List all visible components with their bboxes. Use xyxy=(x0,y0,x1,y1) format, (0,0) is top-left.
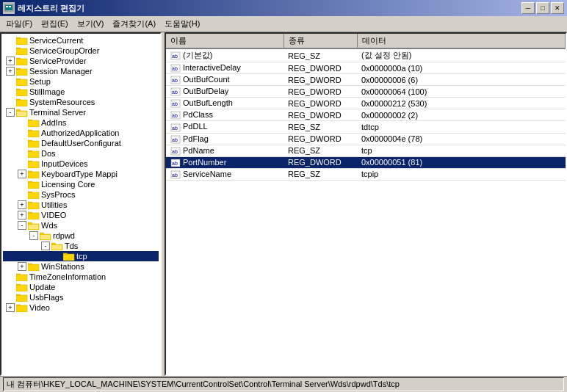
tree-item-sessionmanager[interactable]: + Session Manager xyxy=(3,66,159,76)
svg-text:ab: ab xyxy=(172,149,178,154)
tree-item-stillimage[interactable]: StillImage xyxy=(3,87,159,97)
expander-icon[interactable]: + xyxy=(18,200,26,209)
expander-icon[interactable]: + xyxy=(18,262,26,271)
tree-panel: ServiceCurrent ServiceGroupOrder + Servi… xyxy=(0,32,162,376)
tree-item-video[interactable]: + VIDEO xyxy=(3,210,159,220)
tree-item-timezoneinformation[interactable]: TimeZoneInformation xyxy=(3,272,159,282)
table-row[interactable]: ab OutBufCountREG_DWORD0x00000006 (6) xyxy=(166,74,566,86)
tree-label: VIDEO xyxy=(41,211,66,219)
expander-icon[interactable]: - xyxy=(18,221,26,230)
registry-data: tdtcp xyxy=(357,121,566,133)
folder-icon xyxy=(28,211,40,219)
table-row[interactable]: ab PdNameREG_SZtcp xyxy=(166,145,566,156)
table-row[interactable]: ab InteractiveDelayREG_DWORD0x0000000a (… xyxy=(166,62,566,74)
tree-scroll[interactable]: ServiceCurrent ServiceGroupOrder + Servi… xyxy=(1,34,160,374)
tree-item-dos[interactable]: Dos xyxy=(3,148,159,159)
tree-item-winstations[interactable]: + WinStations xyxy=(3,261,159,272)
menu-favorites[interactable]: 즐겨찾기(A) xyxy=(108,17,160,31)
svg-text:ab: ab xyxy=(172,126,178,131)
expander-icon[interactable]: + xyxy=(6,67,15,76)
table-row[interactable]: ab ServiceNameREG_SZtcpip xyxy=(166,168,566,180)
table-row[interactable]: ab PdClassREG_DWORD0x00000002 (2) xyxy=(166,109,566,121)
registry-type: REG_DWORD xyxy=(284,62,357,74)
tree-label: tcp xyxy=(76,252,87,261)
expander-icon[interactable]: - xyxy=(29,231,38,240)
folder-icon xyxy=(63,252,75,261)
menu-view[interactable]: 보기(V) xyxy=(73,17,109,31)
registry-data: tcp xyxy=(357,145,566,156)
minimize-button[interactable]: ─ xyxy=(521,2,535,14)
registry-table: 이름 종류 데이터 ab (기본값)REG_SZ(값 설정 안됨) ab Int… xyxy=(166,34,566,181)
expander-icon[interactable]: + xyxy=(18,211,26,219)
tree-item-rdpwd[interactable]: - rdpwd xyxy=(3,231,159,241)
tree-item-systemresources[interactable]: SystemResources xyxy=(3,97,159,107)
tree-label: UsbFlags xyxy=(29,293,63,302)
tree-label: Dos xyxy=(41,149,56,158)
expander-icon[interactable]: + xyxy=(6,303,15,312)
tree-item-licensingcore[interactable]: Licensing Core xyxy=(3,179,159,189)
expander-icon[interactable]: + xyxy=(18,170,26,178)
tree-item-tds[interactable]: - Tds xyxy=(3,241,159,251)
tree-label: KeyboardType Mappi xyxy=(41,170,118,178)
registry-name: ab PdFlag xyxy=(166,133,284,145)
tree-item-usbflags[interactable]: UsbFlags xyxy=(3,292,159,302)
col-data[interactable]: 데이터 xyxy=(357,34,566,48)
registry-name: ab PortNumber xyxy=(166,156,284,168)
menu-edit[interactable]: 편집(E) xyxy=(37,17,73,31)
title-bar: 레지스트리 편집기 ─ □ ✕ xyxy=(0,0,567,16)
tree-label: DefaultUserConfigurat xyxy=(41,139,121,148)
expander-icon[interactable]: + xyxy=(6,57,15,65)
tree-item-setup[interactable]: Setup xyxy=(3,76,159,87)
tree-label: Session Manager xyxy=(29,67,93,76)
tree-item-sysprocs[interactable]: SysProcs xyxy=(3,189,159,200)
table-row[interactable]: ab OutBufDelayREG_DWORD0x00000064 (100) xyxy=(166,86,566,98)
tree-label: rdpwd xyxy=(53,231,75,240)
menu-help[interactable]: 도움말(H) xyxy=(160,17,204,31)
tree-item-keyboardtype[interactable]: + KeyboardType Mappi xyxy=(3,169,159,179)
svg-text:ab: ab xyxy=(172,66,178,71)
table-row[interactable]: ab (기본값)REG_SZ(값 설정 안됨) xyxy=(166,48,566,62)
tree-item-defaultuserconfig[interactable]: DefaultUserConfigurat xyxy=(3,138,159,148)
tree-item-terminalserver[interactable]: - Terminal Server xyxy=(3,107,159,117)
svg-text:ab: ab xyxy=(172,137,178,142)
main-content: ServiceCurrent ServiceGroupOrder + Servi… xyxy=(0,32,567,376)
col-type[interactable]: 종류 xyxy=(284,34,357,48)
svg-rect-33 xyxy=(16,295,27,302)
tree-item-servicecurrent[interactable]: ServiceCurrent xyxy=(3,35,159,46)
tree-item-update[interactable]: Update xyxy=(3,282,159,292)
tree-label: SysProcs xyxy=(41,190,75,199)
registry-type: REG_SZ xyxy=(284,145,357,156)
maximize-button[interactable]: □ xyxy=(536,2,549,14)
tree-item-tcp[interactable]: tcp xyxy=(3,251,159,261)
menu-file[interactable]: 파일(F) xyxy=(1,17,37,31)
tree-item-inputdevices[interactable]: InputDevices xyxy=(3,159,159,169)
svg-rect-4 xyxy=(16,38,27,45)
table-row[interactable]: ab PdDLLREG_SZtdtcp xyxy=(166,121,566,133)
tree-item-authorizedapp[interactable]: AuthorizedApplication xyxy=(3,128,159,138)
tree-item-servicegrouporder[interactable]: ServiceGroupOrder xyxy=(3,46,159,56)
expander-icon[interactable]: - xyxy=(41,242,50,250)
tree-item-video-bottom[interactable]: + Video xyxy=(3,302,159,313)
tree-label: Utilities xyxy=(41,200,67,209)
table-row[interactable]: ab OutBufLengthREG_DWORD0x00000212 (530) xyxy=(166,98,566,109)
svg-rect-24 xyxy=(29,225,38,229)
svg-rect-31 xyxy=(16,275,27,281)
registry-data: 0x00000051 (81) xyxy=(357,156,566,168)
svg-text:ab: ab xyxy=(172,173,178,178)
expander-icon[interactable]: - xyxy=(6,108,15,117)
svg-rect-28 xyxy=(52,245,62,250)
registry-scroll[interactable]: 이름 종류 데이터 ab (기본값)REG_SZ(값 설정 안됨) ab Int… xyxy=(166,34,566,374)
tree-item-addins[interactable]: AddIns xyxy=(3,117,159,128)
close-button[interactable]: ✕ xyxy=(551,2,564,14)
tree-item-serviceprovider[interactable]: + ServiceProvider xyxy=(3,56,159,66)
title-bar-left: 레지스트리 편집기 xyxy=(3,2,84,14)
col-name[interactable]: 이름 xyxy=(166,34,284,48)
tree-item-wds[interactable]: - Wds xyxy=(3,220,159,231)
tree-item-utilities[interactable]: + Utilities xyxy=(3,200,159,210)
table-row[interactable]: ab PortNumberREG_DWORD0x00000051 (81) xyxy=(166,156,566,168)
table-row[interactable]: ab PdFlagREG_DWORD0x0000004e (78) xyxy=(166,133,566,145)
svg-text:ab: ab xyxy=(172,78,178,83)
svg-rect-34 xyxy=(16,305,27,312)
folder-icon xyxy=(28,139,40,148)
svg-rect-30 xyxy=(28,264,39,271)
